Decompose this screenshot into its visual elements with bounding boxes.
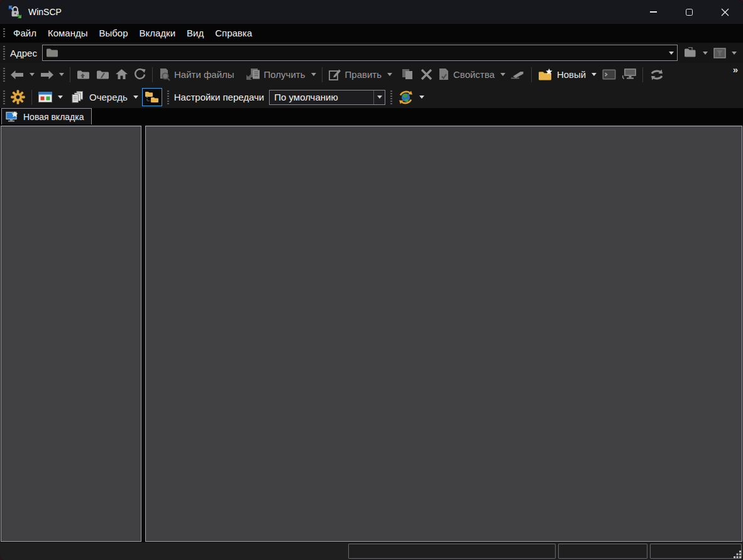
forward-button[interactable] <box>37 65 57 84</box>
chevron-down-icon <box>387 73 392 76</box>
status-pane-2 <box>558 544 647 559</box>
custom-command-icon <box>511 70 525 79</box>
parent-directory-icon <box>77 69 90 80</box>
forward-icon <box>40 70 53 79</box>
parent-directory-button[interactable] <box>74 65 93 84</box>
new-icon <box>538 69 553 81</box>
tab-label: Новая вкладка <box>23 112 84 122</box>
transfer-settings-label: Настройки передачи <box>174 92 265 102</box>
edit-dropdown[interactable] <box>385 65 395 84</box>
menu-view[interactable]: Вид <box>181 24 209 43</box>
custom-command-button[interactable] <box>508 65 528 84</box>
menu-help[interactable]: Справка <box>209 24 258 43</box>
remote-file-panel[interactable] <box>145 126 742 542</box>
menu-commands[interactable]: Команды <box>42 24 94 43</box>
layout-dropdown[interactable] <box>55 88 65 107</box>
get-dropdown[interactable] <box>309 65 319 84</box>
get-icon <box>246 69 260 80</box>
session-toolbar: Очередь Настройки передачи По умолчанию <box>0 86 743 108</box>
minimize-button[interactable] <box>636 0 671 24</box>
properties-dropdown[interactable] <box>498 65 508 84</box>
tab-new-tab[interactable]: Новая вкладка <box>1 108 92 124</box>
root-directory-button[interactable] <box>93 65 113 84</box>
layout-button[interactable] <box>35 88 55 107</box>
toolbar-overflow-chevron[interactable]: » <box>733 63 738 77</box>
tree-view-toggle-button[interactable] <box>142 88 162 106</box>
close-button[interactable] <box>707 0 743 24</box>
chevron-down-icon <box>30 73 35 76</box>
find-files-label: Найти файлы <box>174 69 234 80</box>
queue-button[interactable]: Очередь <box>68 88 131 107</box>
address-combobox[interactable] <box>42 45 678 61</box>
chevron-down-icon <box>58 96 63 99</box>
new-button[interactable]: Новый <box>535 65 589 84</box>
title-bar: WinSCP <box>0 0 743 24</box>
chevron-down-icon <box>377 96 382 99</box>
filter-dropdown[interactable] <box>729 43 739 62</box>
new-dropdown[interactable] <box>589 65 599 84</box>
refresh-button[interactable] <box>131 65 149 84</box>
properties-icon <box>439 69 449 81</box>
refresh-icon <box>134 69 146 80</box>
chevron-down-icon <box>669 52 674 55</box>
tree-toggle-icon <box>145 91 159 104</box>
preferences-button[interactable] <box>8 88 28 107</box>
status-bar <box>0 542 743 560</box>
open-directory-icon <box>683 47 697 58</box>
menu-tabs[interactable]: Вкладки <box>134 24 182 43</box>
get-button[interactable]: Получить <box>243 65 309 84</box>
resize-grip-icon[interactable] <box>733 550 742 559</box>
minimize-icon <box>650 11 657 13</box>
maximize-button[interactable] <box>671 0 707 24</box>
back-dropdown[interactable] <box>27 65 37 84</box>
open-console-button[interactable] <box>599 65 619 84</box>
synchronize-browsing-button[interactable] <box>395 88 417 107</box>
main-toolbar-grip[interactable] <box>3 68 5 82</box>
root-directory-icon <box>96 69 109 80</box>
duplicate-button[interactable] <box>399 65 417 84</box>
main-toolbar: Найти файлы Получить Править <box>0 63 743 86</box>
synchronize-icon <box>649 69 664 81</box>
synchronize-button[interactable] <box>646 65 668 84</box>
session-toolbar-grip[interactable] <box>3 91 5 104</box>
address-dropdown-button[interactable] <box>666 52 677 55</box>
find-files-button[interactable]: Найти файлы <box>156 65 238 84</box>
sync-toolbar-grip[interactable] <box>390 91 392 104</box>
home-icon <box>116 69 128 80</box>
back-button[interactable] <box>8 65 27 84</box>
forward-dropdown[interactable] <box>57 65 67 84</box>
status-pane-1 <box>348 544 556 559</box>
properties-label: Свойства <box>453 69 495 80</box>
transfer-toolbar-grip[interactable] <box>167 91 169 104</box>
close-icon <box>721 8 729 16</box>
new-label: Новый <box>557 69 586 80</box>
chevron-down-icon <box>592 73 597 76</box>
home-button[interactable] <box>113 65 131 84</box>
transfer-settings-combobox[interactable]: По умолчанию <box>269 90 385 105</box>
menu-file[interactable]: Файл <box>8 24 42 43</box>
transfer-settings-dropdown[interactable] <box>373 91 385 104</box>
menu-mark[interactable]: Выбор <box>93 24 133 43</box>
delete-button[interactable] <box>417 65 436 84</box>
menu-bar-grip[interactable] <box>3 28 5 38</box>
edit-button[interactable]: Править <box>326 65 385 84</box>
chevron-down-icon <box>311 73 316 76</box>
new-session-button[interactable] <box>619 65 639 84</box>
session-area <box>0 124 743 542</box>
properties-button[interactable]: Свойства <box>436 65 498 84</box>
transfer-preset-value: По умолчанию <box>270 92 373 102</box>
window-controls <box>636 0 743 24</box>
synchronize-browsing-dropdown[interactable] <box>417 88 427 107</box>
queue-dropdown[interactable] <box>131 88 141 107</box>
new-session-icon <box>622 69 636 80</box>
toolbar-separator <box>31 90 32 105</box>
maximize-icon <box>686 9 693 16</box>
local-file-panel[interactable] <box>1 126 141 542</box>
open-directory-button[interactable] <box>680 43 700 62</box>
filter-button[interactable] <box>710 43 729 62</box>
open-directory-dropdown[interactable] <box>700 43 710 62</box>
winscp-window: WinSCP Файл Команды Выбор Вкладки Вид Сп… <box>0 0 743 560</box>
sync-browsing-globe-icon <box>398 90 414 105</box>
gear-icon <box>11 90 25 104</box>
address-toolbar-grip[interactable] <box>3 46 5 60</box>
